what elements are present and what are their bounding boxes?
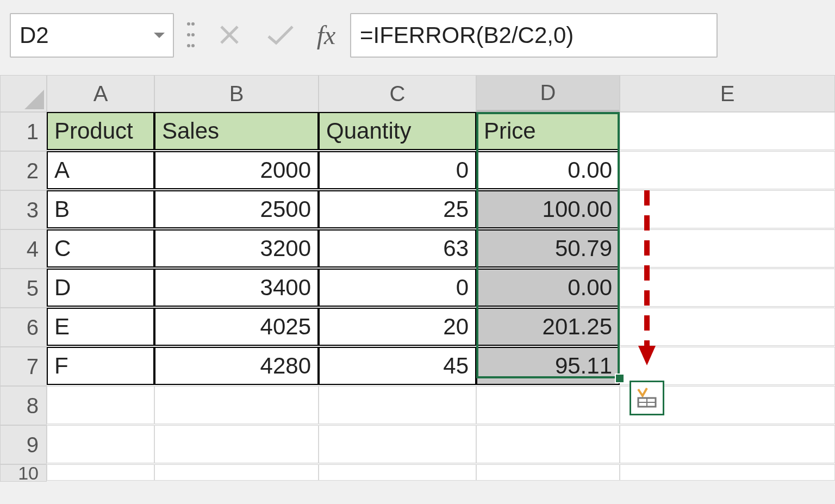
formula-input[interactable]: =IFERROR(B2/C2,0) (350, 13, 718, 58)
cell-d5[interactable]: 0.00 (476, 269, 620, 307)
row-header-6[interactable]: 6 (0, 308, 47, 347)
svg-point-6 (191, 44, 195, 47)
svg-point-4 (191, 33, 195, 36)
cell-e9[interactable] (620, 425, 835, 463)
grid-rows: 1 Product Sales Quantity Price 2 A 2000 … (0, 112, 835, 482)
cell-a4[interactable]: C (47, 229, 154, 267)
fill-handle[interactable] (615, 374, 625, 383)
cell-d9[interactable] (476, 425, 620, 463)
row-header-1[interactable]: 1 (0, 112, 47, 151)
row-header-9[interactable]: 9 (0, 425, 47, 464)
name-box-value: D2 (11, 22, 146, 48)
cell-e10[interactable] (620, 464, 835, 481)
col-header-d[interactable]: D (476, 75, 620, 112)
cell-c1[interactable]: Quantity (319, 112, 476, 150)
cell-d6[interactable]: 201.25 (476, 308, 620, 346)
cell-e2[interactable] (620, 151, 835, 189)
col-header-c[interactable]: C (319, 75, 476, 112)
cell-a1[interactable]: Product (47, 112, 154, 150)
formula-bar: D2 fx =IFERROR(B2/C2,0) (10, 13, 718, 57)
cell-a10[interactable] (47, 464, 154, 481)
cell-a8[interactable] (47, 386, 154, 424)
cell-c6[interactable]: 20 (319, 308, 476, 346)
cell-e1[interactable] (620, 112, 835, 150)
spreadsheet-grid: A B C D E 1 Product Sales Quantity Price… (0, 75, 835, 482)
cell-d1[interactable]: Price (476, 112, 620, 150)
cell-c8[interactable] (319, 386, 476, 424)
svg-point-3 (187, 33, 190, 36)
cell-b4[interactable]: 3200 (154, 229, 319, 267)
fx-label: fx (317, 20, 336, 50)
row-header-3[interactable]: 3 (0, 190, 47, 229)
row-header-4[interactable]: 4 (0, 229, 47, 269)
cell-e6[interactable] (620, 308, 835, 346)
cancel-formula-icon[interactable] (208, 13, 251, 57)
cell-d10[interactable] (476, 464, 620, 481)
cell-d4[interactable]: 50.79 (476, 229, 620, 267)
cell-b3[interactable]: 2500 (154, 190, 319, 228)
cell-c2[interactable]: 0 (319, 151, 476, 189)
cell-c3[interactable]: 25 (319, 190, 476, 228)
cell-d8[interactable] (476, 386, 620, 424)
col-header-e[interactable]: E (620, 75, 835, 112)
cell-b5[interactable]: 3400 (154, 269, 319, 307)
cell-a9[interactable] (47, 425, 154, 463)
name-box-dropdown-icon[interactable] (146, 32, 173, 39)
cell-b10[interactable] (154, 464, 319, 481)
cell-d2[interactable]: 0.00 (476, 151, 620, 189)
cell-c4[interactable]: 63 (319, 229, 476, 267)
cell-b8[interactable] (154, 386, 319, 424)
column-header-row: A B C D E (0, 75, 835, 112)
cell-c9[interactable] (319, 425, 476, 463)
cell-b9[interactable] (154, 425, 319, 463)
cell-a6[interactable]: E (47, 308, 154, 346)
name-box[interactable]: D2 (10, 13, 174, 58)
cell-b7[interactable]: 4280 (154, 347, 319, 385)
cell-a3[interactable]: B (47, 190, 154, 228)
cell-a2[interactable]: A (47, 151, 154, 189)
row-header-2[interactable]: 2 (0, 151, 47, 190)
row-header-7[interactable]: 7 (0, 347, 47, 386)
cell-b6[interactable]: 4025 (154, 308, 319, 346)
cell-a7[interactable]: F (47, 347, 154, 385)
insert-function-icon[interactable]: fx (310, 13, 342, 57)
svg-point-1 (187, 22, 190, 26)
cell-b1[interactable]: Sales (154, 112, 319, 150)
cell-e5[interactable] (620, 269, 835, 307)
cell-e3[interactable] (620, 190, 835, 228)
cell-c10[interactable] (319, 464, 476, 481)
cell-c5[interactable]: 0 (319, 269, 476, 307)
col-header-a[interactable]: A (47, 75, 154, 112)
svg-point-5 (187, 44, 190, 47)
col-header-b[interactable]: B (154, 75, 319, 112)
cell-e4[interactable] (620, 229, 835, 267)
svg-point-2 (191, 22, 195, 26)
cell-b2[interactable]: 2000 (154, 151, 319, 189)
row-header-8[interactable]: 8 (0, 386, 47, 425)
row-header-10[interactable]: 10 (0, 464, 47, 482)
cell-a5[interactable]: D (47, 269, 154, 307)
cell-d7[interactable]: 95.11 (476, 347, 620, 385)
enter-formula-icon[interactable] (259, 13, 302, 57)
row-header-5[interactable]: 5 (0, 269, 47, 308)
cell-d3[interactable]: 100.00 (476, 190, 620, 228)
formula-bar-divider-icon (182, 13, 200, 57)
cell-e7[interactable] (620, 347, 835, 385)
svg-marker-0 (154, 33, 165, 38)
autofill-options-icon[interactable] (630, 381, 664, 415)
svg-marker-9 (24, 90, 44, 109)
cell-c7[interactable]: 45 (319, 347, 476, 385)
select-all-corner[interactable] (0, 75, 47, 112)
